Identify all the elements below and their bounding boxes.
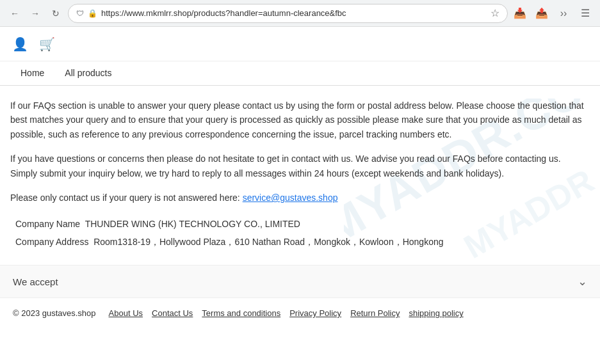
url-input[interactable] — [101, 8, 487, 18]
email-link[interactable]: service@gustaves.shop — [243, 193, 338, 203]
footer-accept-label: We accept — [13, 276, 58, 287]
chevron-down-icon: ⌄ — [578, 274, 587, 289]
contact-link-prefix: Please only contact us if your query is … — [10, 193, 243, 203]
footer-accept-bar[interactable]: We accept ⌄ — [0, 265, 600, 297]
footer-link-privacy[interactable]: Privacy Policy — [287, 308, 344, 318]
footer-link-return[interactable]: Return Policy — [348, 308, 402, 318]
pocket-button[interactable]: 📥 — [512, 5, 528, 22]
cart-icon[interactable]: 🛒 — [37, 35, 56, 54]
company-address-label: Company Address — [15, 237, 88, 247]
faq-paragraph: If our FAQs section is unable to answer … — [10, 99, 590, 141]
company-address-value: Room1318-19，Hollywood Plaza，610 Nathan R… — [93, 237, 443, 247]
security-icon: 🛡 — [76, 9, 84, 18]
footer-links: © 2023 gustaves.shop About Us Contact Us… — [0, 297, 600, 328]
company-name-row: Company Name THUNDER WING (HK) TECHNOLOG… — [10, 215, 590, 233]
footer-link-contact[interactable]: Contact Us — [149, 308, 195, 318]
share-button[interactable]: 📤 — [533, 5, 550, 22]
footer-link-about[interactable]: About Us — [106, 308, 145, 318]
copyright-text: © 2023 gustaves.shop — [13, 308, 96, 318]
contact-paragraph: If you have questions or concerns then p… — [10, 152, 590, 180]
forward-button[interactable]: → — [27, 5, 44, 22]
lock-icon: 🔒 — [88, 9, 97, 18]
company-name-label: Company Name — [15, 219, 80, 229]
main-content: MYADDR.CON MYADDR If our FAQs section is… — [0, 86, 600, 265]
nav-tabs: Home All products — [0, 61, 600, 86]
company-name-value: THUNDER WING (HK) TECHNOLOGY CO., LIMITE… — [85, 219, 300, 229]
company-info: Company Name THUNDER WING (HK) TECHNOLOG… — [10, 215, 590, 252]
bookmark-star-button[interactable]: ☆ — [491, 7, 499, 19]
user-bar: 👤 🛒 — [0, 27, 600, 61]
back-button[interactable]: ← — [6, 5, 23, 22]
company-address-row: Company Address Room1318-19，Hollywood Pl… — [10, 233, 590, 252]
footer-link-shipping[interactable]: shipping policy — [406, 308, 466, 318]
reload-button[interactable]: ↻ — [47, 5, 64, 22]
tab-all-products[interactable]: All products — [54, 61, 122, 86]
extensions-button[interactable]: ›› — [555, 5, 572, 22]
toolbar-icons: 📥 📤 ›› ☰ — [512, 5, 594, 22]
tab-home[interactable]: Home — [10, 61, 54, 86]
contact-link-paragraph: Please only contact us if your query is … — [10, 191, 590, 205]
address-bar[interactable]: 🛡 🔒 ☆ — [68, 4, 508, 23]
menu-button[interactable]: ☰ — [577, 5, 594, 22]
user-account-icon[interactable]: 👤 — [10, 35, 29, 54]
footer-link-terms[interactable]: Terms and conditions — [199, 308, 283, 318]
browser-chrome: ← → ↻ 🛡 🔒 ☆ 📥 📤 ›› ☰ — [0, 0, 600, 27]
